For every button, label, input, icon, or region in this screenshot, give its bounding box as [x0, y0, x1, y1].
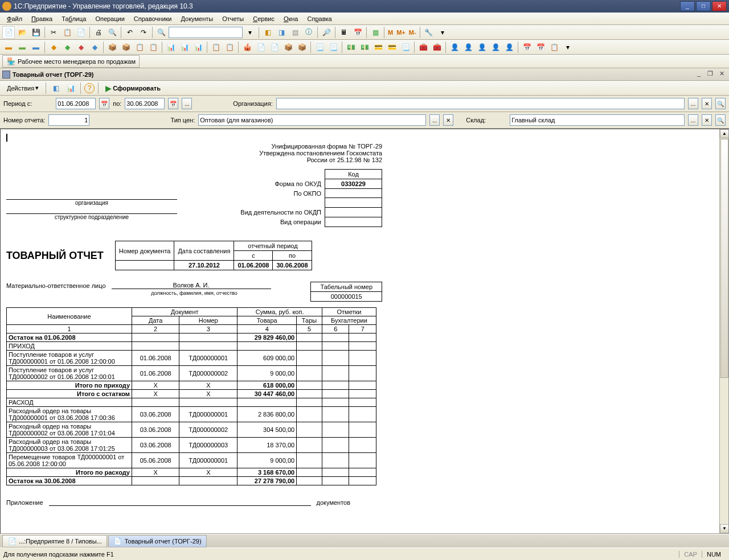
scroll-down-icon[interactable]: ▼ — [720, 524, 729, 533]
t2-icon-27[interactable]: 💳 — [386, 41, 398, 53]
maximize-button[interactable]: □ — [696, 1, 711, 11]
menu-edit[interactable]: Правка — [27, 14, 57, 23]
form-button[interactable]: ▶ Сформировать — [102, 83, 164, 94]
search-dropdown-icon[interactable]: ▾ — [244, 26, 256, 39]
action-help-icon[interactable]: ? — [84, 83, 95, 93]
t2-icon-13[interactable]: 📊 — [178, 41, 191, 53]
report-num-input[interactable] — [48, 114, 89, 126]
t2-icon-28[interactable]: 📃 — [399, 41, 412, 53]
t2-icon-29[interactable]: 🧰 — [417, 41, 429, 53]
t2-icon-20[interactable]: 📦 — [282, 41, 294, 53]
t2-icon-1[interactable]: ▬ — [2, 41, 15, 53]
undo-icon[interactable]: ↶ — [124, 26, 136, 39]
t2-icon-14[interactable]: 📊 — [192, 41, 204, 53]
menu-file[interactable]: Файл — [2, 14, 27, 23]
ref2-icon[interactable]: ◨ — [275, 26, 288, 39]
date-from-input[interactable] — [56, 98, 96, 109]
menu-help[interactable]: Справка — [303, 14, 337, 23]
t2-icon-21[interactable]: 📦 — [296, 41, 308, 53]
t2-dropdown-icon[interactable]: ▾ — [562, 41, 574, 53]
org-select-icon[interactable]: ... — [688, 98, 698, 109]
mplus-button[interactable]: M+ — [395, 29, 407, 36]
vertical-scrollbar[interactable]: ▲ ▼ — [719, 129, 728, 533]
t2-icon-32[interactable]: 📅 — [534, 41, 547, 53]
new-icon[interactable]: 📄 — [2, 26, 15, 39]
search-icon[interactable]: 🔍 — [155, 26, 167, 39]
t2-icon-23[interactable]: 📃 — [327, 41, 339, 53]
t2-icon-19[interactable]: 📄 — [268, 41, 281, 53]
print-icon[interactable]: 🖨 — [92, 26, 105, 39]
t2-icon-17[interactable]: 🎪 — [241, 41, 253, 53]
t2-icon-30[interactable]: 🧰 — [431, 41, 443, 53]
t2-icon-5[interactable]: ◆ — [61, 41, 73, 53]
redo-icon[interactable]: ↷ — [137, 26, 150, 39]
calendar-icon[interactable]: 📅 — [351, 26, 364, 39]
menu-refs[interactable]: Справочники — [129, 14, 177, 23]
t2-user-icon-2[interactable]: 👤 — [462, 41, 474, 53]
menu-operations[interactable]: Операции — [91, 14, 129, 23]
t2-icon-26[interactable]: 💳 — [372, 41, 384, 53]
tools-dropdown-icon[interactable]: ▾ — [436, 26, 449, 39]
t2-icon-4[interactable]: ◆ — [47, 41, 60, 53]
doc-minimize-button[interactable]: _ — [694, 70, 704, 79]
t2-user-icon-1[interactable]: 👤 — [448, 41, 461, 53]
doc-close-button[interactable]: ✕ — [716, 70, 727, 79]
t2-icon-24[interactable]: 💵 — [345, 41, 357, 53]
grid-icon[interactable]: ▦ — [369, 26, 382, 39]
price-type-clear-icon[interactable]: ✕ — [443, 114, 453, 126]
t2-icon-6[interactable]: ◆ — [75, 41, 87, 53]
mminus-button[interactable]: M- — [408, 29, 417, 36]
t2-user-icon-5[interactable]: 👤 — [503, 41, 515, 53]
t2-icon-3[interactable]: ▬ — [30, 41, 42, 53]
tools-icon[interactable]: 🔧 — [423, 26, 435, 39]
help-icon[interactable]: ⓘ — [302, 26, 315, 39]
date-from-picker-icon[interactable]: 📅 — [99, 98, 109, 109]
menu-windows[interactable]: Окна — [279, 14, 303, 23]
t2-icon-22[interactable]: 📃 — [313, 41, 326, 53]
t2-icon-10[interactable]: 📋 — [133, 41, 146, 53]
doc-restore-button[interactable]: ❐ — [705, 70, 715, 79]
date-to-picker-icon[interactable]: 📅 — [168, 98, 178, 109]
taskbar-button[interactable]: 📄Товарный отчет (ТОРГ-29) — [108, 535, 207, 547]
t2-icon-16[interactable]: 📋 — [223, 41, 236, 53]
action-icon-1[interactable]: ◧ — [50, 82, 62, 94]
t2-icon-9[interactable]: 📦 — [120, 41, 132, 53]
report-content[interactable]: Унифицированная форма № ТОРГ-29 Утвержде… — [1, 129, 719, 533]
menu-table[interactable]: Таблица — [57, 14, 91, 23]
t2-user-icon-4[interactable]: 👤 — [489, 41, 502, 53]
period-select-icon[interactable]: ... — [182, 98, 192, 109]
preview-icon[interactable]: 🔍 — [106, 26, 118, 39]
find-icon[interactable]: 🔎 — [320, 26, 333, 39]
t2-icon-7[interactable]: ◆ — [88, 41, 101, 53]
t2-icon-33[interactable]: 📋 — [548, 41, 560, 53]
search-input[interactable] — [169, 27, 243, 38]
taskbar-button[interactable]: 📄...:Предприятие 8 / Типовы... — [2, 535, 107, 547]
menu-service[interactable]: Сервис — [248, 14, 279, 23]
org-input[interactable] — [276, 98, 685, 109]
copy-icon[interactable]: 📋 — [61, 26, 73, 39]
price-type-select-icon[interactable]: ... — [429, 114, 440, 126]
minimize-button[interactable]: _ — [680, 1, 695, 11]
menu-reports[interactable]: Отчеты — [218, 14, 248, 23]
open-icon[interactable]: 📂 — [16, 26, 28, 39]
warehouse-input[interactable] — [510, 114, 685, 126]
t2-icon-12[interactable]: 📊 — [165, 41, 177, 53]
save-icon[interactable]: 💾 — [30, 26, 42, 39]
calc-icon[interactable]: 🖩 — [338, 26, 350, 39]
actions-dropdown[interactable]: Действия ▾ — [3, 83, 42, 93]
org-clear-icon[interactable]: ✕ — [702, 98, 712, 109]
t2-icon-15[interactable]: 📋 — [210, 41, 222, 53]
warehouse-clear-icon[interactable]: ✕ — [702, 114, 712, 126]
t2-icon-11[interactable]: 📋 — [147, 41, 159, 53]
t2-icon-31[interactable]: 📅 — [521, 41, 533, 53]
cut-icon[interactable]: ✂ — [47, 26, 60, 39]
m-button[interactable]: M — [387, 29, 394, 36]
warehouse-search-icon[interactable]: 🔍 — [715, 114, 726, 126]
paste-icon[interactable]: 📄 — [75, 26, 87, 39]
workplace-button[interactable]: 🏪 Рабочее место менеджера по продажам — [2, 55, 140, 68]
warehouse-select-icon[interactable]: ... — [688, 114, 698, 126]
menu-docs[interactable]: Документы — [176, 14, 218, 23]
scroll-thumb[interactable] — [720, 139, 728, 378]
t2-icon-18[interactable]: 📄 — [255, 41, 267, 53]
ref3-icon[interactable]: ▤ — [289, 26, 301, 39]
